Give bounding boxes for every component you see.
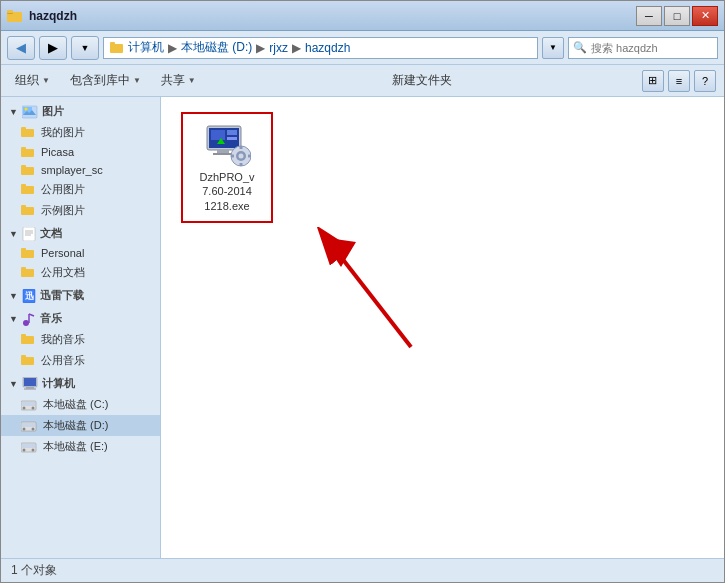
sidebar-group-documents-header[interactable]: ▼ 文档 bbox=[1, 223, 160, 244]
my-pictures-label: 我的图片 bbox=[41, 125, 85, 140]
sidebar-group-download-header[interactable]: ▼ 迅 迅雷下载 bbox=[1, 285, 160, 306]
music-icon bbox=[22, 312, 36, 326]
computer-label: 计算机 bbox=[42, 376, 75, 391]
maximize-button[interactable]: □ bbox=[664, 6, 690, 26]
svg-rect-19 bbox=[23, 227, 35, 241]
folder-icon bbox=[21, 184, 35, 195]
svg-rect-2 bbox=[7, 10, 13, 13]
svg-rect-4 bbox=[110, 42, 115, 45]
my-music-label: 我的音乐 bbox=[41, 332, 85, 347]
public-music-label: 公用音乐 bbox=[41, 353, 85, 368]
svg-rect-11 bbox=[21, 149, 34, 157]
drive-icon bbox=[21, 399, 37, 411]
svg-rect-62 bbox=[248, 155, 251, 158]
new-folder-button[interactable]: 新建文件夹 bbox=[386, 69, 458, 92]
forward-icon: ▶ bbox=[48, 40, 58, 55]
svg-rect-41 bbox=[22, 402, 35, 406]
sidebar-group-music: ▼ 音乐 我的音乐 bbox=[1, 308, 160, 371]
view-icon-grid[interactable]: ⊞ bbox=[642, 70, 664, 92]
back-button[interactable]: ◀ bbox=[7, 36, 35, 60]
drive-d-label: 本地磁盘 (D:) bbox=[43, 418, 108, 433]
share-button[interactable]: 共享 ▼ bbox=[155, 69, 202, 92]
public-docs-label: 公用文档 bbox=[41, 265, 85, 280]
svg-point-29 bbox=[23, 320, 29, 326]
sidebar-group-computer-header[interactable]: ▼ 计算机 bbox=[1, 373, 160, 394]
forward-button[interactable]: ▶ bbox=[39, 36, 67, 60]
drive-e-label: 本地磁盘 (E:) bbox=[43, 439, 108, 454]
help-button[interactable]: ? bbox=[694, 70, 716, 92]
sidebar-item-drive-c[interactable]: 本地磁盘 (C:) bbox=[1, 394, 160, 415]
folder-icon bbox=[21, 205, 35, 216]
svg-rect-16 bbox=[21, 184, 26, 187]
path-sep2: ▶ bbox=[256, 41, 265, 55]
up-button[interactable]: ▼ bbox=[71, 36, 99, 60]
pictures-expand-icon: ▼ bbox=[9, 107, 18, 117]
minimize-button[interactable]: ─ bbox=[636, 6, 662, 26]
svg-rect-17 bbox=[21, 207, 34, 215]
sidebar-item-public-music[interactable]: 公用音乐 bbox=[1, 350, 160, 371]
search-input[interactable] bbox=[591, 42, 713, 54]
sidebar-item-personal[interactable]: Personal bbox=[1, 244, 160, 262]
address-dropdown-button[interactable]: ▼ bbox=[542, 37, 564, 59]
svg-rect-38 bbox=[26, 387, 34, 389]
search-box[interactable]: 🔍 bbox=[568, 37, 718, 59]
path-rjxz[interactable]: rjxz bbox=[269, 41, 288, 55]
svg-rect-65 bbox=[227, 137, 237, 140]
sidebar-group-pictures-header[interactable]: ▼ 图片 bbox=[1, 101, 160, 122]
sidebar-item-drive-d[interactable]: 本地磁盘 (D:) bbox=[1, 415, 160, 436]
file-icon bbox=[203, 122, 251, 170]
pictures-icon bbox=[22, 105, 38, 119]
documents-label: 文档 bbox=[40, 226, 62, 241]
sample-pictures-label: 示例图片 bbox=[41, 203, 85, 218]
file-area[interactable]: DzhPRO_v7.60-20141218.exe bbox=[161, 97, 724, 558]
share-arrow: ▼ bbox=[188, 76, 196, 85]
title-icon bbox=[7, 9, 23, 23]
svg-point-58 bbox=[239, 154, 244, 159]
close-button[interactable]: ✕ bbox=[692, 6, 718, 26]
svg-rect-34 bbox=[21, 357, 34, 365]
svg-rect-39 bbox=[24, 388, 36, 389]
folder-icon bbox=[21, 127, 35, 138]
download-label: 迅雷下载 bbox=[40, 288, 84, 303]
title-bar: hazqdzh ─ □ ✕ bbox=[1, 1, 724, 31]
sidebar-item-sample-pictures[interactable]: 示例图片 bbox=[1, 200, 160, 221]
sidebar-item-drive-e[interactable]: 本地磁盘 (E:) bbox=[1, 436, 160, 457]
svg-rect-37 bbox=[24, 378, 36, 386]
address-bar: ◀ ▶ ▼ 计算机 ▶ 本地磁盘 (D:) ▶ rjxz ▶ hazqdzh ▼… bbox=[1, 31, 724, 65]
pictures-label: 图片 bbox=[42, 104, 64, 119]
svg-point-8 bbox=[24, 107, 27, 110]
path-computer[interactable]: 计算机 bbox=[128, 39, 164, 56]
sidebar-item-picasa[interactable]: Picasa bbox=[1, 143, 160, 161]
folder-icon bbox=[21, 334, 35, 345]
sidebar-group-music-header[interactable]: ▼ 音乐 bbox=[1, 308, 160, 329]
path-folder-icon bbox=[110, 42, 124, 54]
svg-rect-18 bbox=[21, 205, 26, 208]
path-disk-d[interactable]: 本地磁盘 (D:) bbox=[181, 39, 252, 56]
sidebar-item-my-music[interactable]: 我的音乐 bbox=[1, 329, 160, 350]
svg-rect-33 bbox=[21, 334, 26, 337]
public-pictures-label: 公用图片 bbox=[41, 182, 85, 197]
sidebar-item-my-pictures[interactable]: 我的图片 bbox=[1, 122, 160, 143]
folder-icon bbox=[21, 355, 35, 366]
folder-icon bbox=[21, 267, 35, 278]
path-hazqdzh[interactable]: hazqdzh bbox=[305, 41, 350, 55]
list-view-icon: ≡ bbox=[676, 75, 682, 87]
svg-rect-12 bbox=[21, 147, 26, 150]
view-icon-list[interactable]: ≡ bbox=[668, 70, 690, 92]
svg-rect-10 bbox=[21, 127, 26, 130]
computer-icon bbox=[22, 377, 38, 391]
drive-icon bbox=[21, 441, 37, 453]
file-item-dzhpro[interactable]: DzhPRO_v7.60-20141218.exe bbox=[187, 118, 267, 217]
up-icon: ▼ bbox=[81, 43, 90, 53]
include-button[interactable]: 包含到库中 ▼ bbox=[64, 69, 147, 92]
organize-button[interactable]: 组织 ▼ bbox=[9, 69, 56, 92]
address-path[interactable]: 计算机 ▶ 本地磁盘 (D:) ▶ rjxz ▶ hazqdzh bbox=[103, 37, 538, 59]
svg-rect-59 bbox=[240, 146, 243, 149]
sidebar-item-public-docs[interactable]: 公用文档 bbox=[1, 262, 160, 283]
svg-rect-23 bbox=[21, 250, 34, 258]
sidebar-group-download: ▼ 迅 迅雷下载 bbox=[1, 285, 160, 306]
svg-marker-69 bbox=[321, 237, 356, 267]
svg-line-68 bbox=[341, 257, 411, 347]
sidebar-item-public-pictures[interactable]: 公用图片 bbox=[1, 179, 160, 200]
sidebar-item-smplayer[interactable]: smplayer_sc bbox=[1, 161, 160, 179]
